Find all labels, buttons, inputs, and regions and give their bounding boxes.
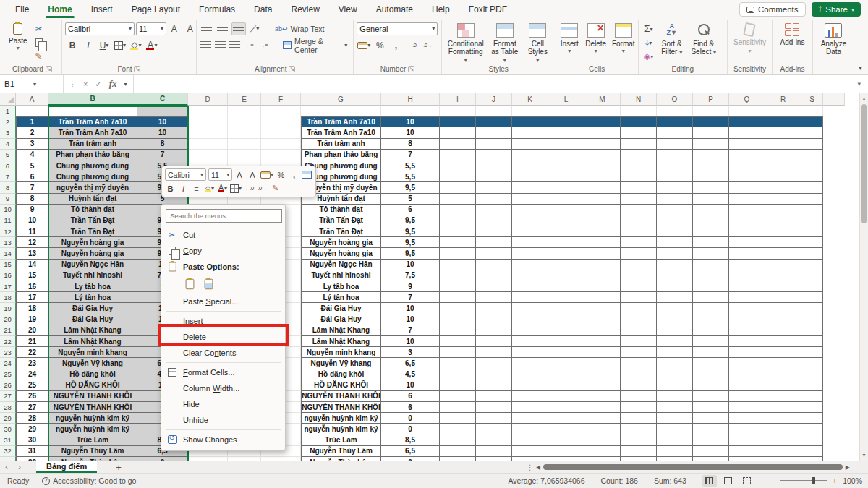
cell-G29[interactable]: nguyễn huỳnh kim ký bbox=[301, 413, 381, 424]
grid-cell[interactable] bbox=[729, 116, 765, 127]
cell-B24[interactable]: Nguyễn Vỹ khang bbox=[48, 358, 137, 369]
grid-cell[interactable] bbox=[801, 215, 823, 226]
bold-button[interactable]: B bbox=[65, 39, 80, 52]
next-sheet-icon[interactable]: › bbox=[13, 462, 26, 472]
grid-cell[interactable] bbox=[584, 160, 621, 171]
cell-B26[interactable]: HỒ ĐĂNG KHÔI bbox=[48, 380, 137, 391]
row-header-32[interactable]: 32 bbox=[0, 446, 16, 457]
cell-H14[interactable]: 9,5 bbox=[381, 248, 440, 259]
underline-button[interactable]: U▾ bbox=[97, 39, 111, 52]
grid-cell[interactable] bbox=[476, 260, 512, 270]
cell-B14[interactable]: Nguyễn hoàng gia bbox=[48, 248, 137, 259]
row-header-13[interactable]: 13 bbox=[0, 237, 16, 248]
column-header-G[interactable]: G bbox=[301, 93, 381, 106]
cell-B8[interactable]: nguyễn thị mỹ duyên bbox=[48, 182, 137, 193]
prev-sheet-icon[interactable]: ‹ bbox=[0, 462, 13, 472]
grid-cell[interactable] bbox=[801, 358, 823, 369]
menu-tab-help[interactable]: Help bbox=[422, 0, 459, 19]
cell-G15[interactable]: Nguyễn Ngọc Hân bbox=[301, 260, 381, 270]
grid-cell[interactable] bbox=[729, 369, 765, 380]
cell-A17[interactable]: 16 bbox=[16, 281, 48, 292]
menu-tab-foxit-pdf[interactable]: Foxit PDF bbox=[459, 0, 516, 19]
grid-cell[interactable] bbox=[693, 248, 729, 259]
row-header-3[interactable]: 3 bbox=[0, 127, 16, 138]
cell-G26[interactable]: HỒ ĐĂNG KHÔI bbox=[301, 380, 381, 391]
grid-cell[interactable] bbox=[512, 139, 548, 150]
share-button[interactable]: ⤴ Share ▾ bbox=[812, 2, 861, 17]
column-header-N[interactable]: N bbox=[621, 93, 657, 106]
grid-cell[interactable] bbox=[584, 150, 621, 160]
grid-cell[interactable] bbox=[621, 116, 657, 127]
cell-B15[interactable]: Nguyễn Ngọc Hân bbox=[48, 260, 137, 270]
cell-H4[interactable]: 8 bbox=[381, 139, 440, 150]
grid-cell[interactable] bbox=[476, 303, 512, 314]
cell-A31[interactable]: 30 bbox=[16, 435, 48, 446]
cell-A27[interactable]: 26 bbox=[16, 391, 48, 402]
mini-percent-button[interactable]: % bbox=[276, 168, 286, 181]
grid-cell[interactable] bbox=[476, 226, 512, 237]
font-color-button[interactable]: A▾ bbox=[145, 39, 159, 52]
grid-cell[interactable] bbox=[693, 194, 729, 205]
menu-tab-automate[interactable]: Automate bbox=[367, 0, 422, 19]
grid-cell[interactable] bbox=[621, 194, 657, 205]
grid-cell[interactable] bbox=[765, 369, 801, 380]
cell-H12[interactable]: 9,5 bbox=[381, 226, 440, 237]
grid-cell[interactable] bbox=[657, 260, 693, 270]
grid-cell[interactable] bbox=[729, 127, 765, 138]
context-menu-item-clear-contents[interactable]: Clear Contents bbox=[161, 345, 285, 361]
mini-italic-button[interactable]: I bbox=[178, 182, 189, 194]
cut-button[interactable]: ✂ bbox=[32, 22, 46, 35]
grid-cell[interactable] bbox=[584, 237, 621, 248]
row-header-25[interactable]: 25 bbox=[0, 369, 16, 380]
column-header-J[interactable]: J bbox=[476, 93, 512, 106]
context-menu-item-delete[interactable]: Delete bbox=[161, 329, 285, 345]
grid-cell[interactable] bbox=[657, 237, 693, 248]
grid-cell[interactable] bbox=[801, 369, 823, 380]
menu-tab-file[interactable]: File bbox=[6, 0, 38, 19]
grid-cell[interactable] bbox=[584, 402, 621, 413]
grid-cell[interactable] bbox=[693, 369, 729, 380]
page-layout-view-button[interactable] bbox=[721, 475, 736, 487]
grid-cell[interactable] bbox=[548, 106, 584, 116]
grid-cell[interactable] bbox=[621, 182, 657, 193]
grid-cell[interactable] bbox=[657, 270, 693, 281]
grid-cell[interactable] bbox=[584, 413, 621, 424]
grid-cell[interactable] bbox=[584, 391, 621, 402]
cell-H24[interactable]: 6,5 bbox=[381, 358, 440, 369]
menu-tab-formulas[interactable]: Formulas bbox=[190, 0, 244, 19]
scroll-right-icon[interactable]: ▶ bbox=[846, 464, 850, 471]
row-header-1[interactable]: 1 bbox=[0, 106, 16, 116]
font-size-combo[interactable]: 11▾ bbox=[136, 22, 166, 35]
mini-accounting-button[interactable]: ▾ bbox=[260, 168, 273, 181]
grid-cell[interactable] bbox=[693, 182, 729, 193]
increase-font-button[interactable]: Aˆ bbox=[168, 22, 182, 35]
row-header-10[interactable]: 10 bbox=[0, 205, 16, 215]
row-header-31[interactable]: 31 bbox=[0, 435, 16, 446]
grid-cell[interactable] bbox=[729, 215, 765, 226]
grid-cell[interactable] bbox=[693, 270, 729, 281]
grid-cell[interactable] bbox=[440, 171, 476, 182]
copy-button[interactable] bbox=[32, 36, 46, 49]
decrease-indent-button[interactable]: ←≡ bbox=[243, 39, 256, 52]
grid-cell[interactable] bbox=[729, 237, 765, 248]
grid-cell[interactable] bbox=[693, 205, 729, 215]
increase-indent-button[interactable]: →≡ bbox=[258, 39, 271, 52]
grid-cell[interactable] bbox=[801, 270, 823, 281]
align-center-button[interactable] bbox=[214, 39, 227, 52]
cell-G1[interactable] bbox=[301, 106, 381, 116]
grid-cell[interactable] bbox=[621, 303, 657, 314]
row-header-26[interactable]: 26 bbox=[0, 380, 16, 391]
grid-cell[interactable] bbox=[657, 413, 693, 424]
row-header-21[interactable]: 21 bbox=[0, 325, 16, 336]
grid-cell[interactable] bbox=[801, 150, 823, 160]
grid-cell[interactable] bbox=[693, 424, 729, 435]
grid-cell[interactable] bbox=[801, 435, 823, 446]
grid-cell[interactable] bbox=[765, 226, 801, 237]
cell-G21[interactable]: Lâm Nhật Khang bbox=[301, 325, 381, 336]
grid-cell[interactable] bbox=[693, 347, 729, 358]
grid-cell[interactable] bbox=[621, 369, 657, 380]
cell-A13[interactable]: 12 bbox=[16, 237, 48, 248]
grid-cell[interactable] bbox=[693, 127, 729, 138]
grid-cell[interactable] bbox=[440, 237, 476, 248]
grid-cell[interactable] bbox=[693, 226, 729, 237]
